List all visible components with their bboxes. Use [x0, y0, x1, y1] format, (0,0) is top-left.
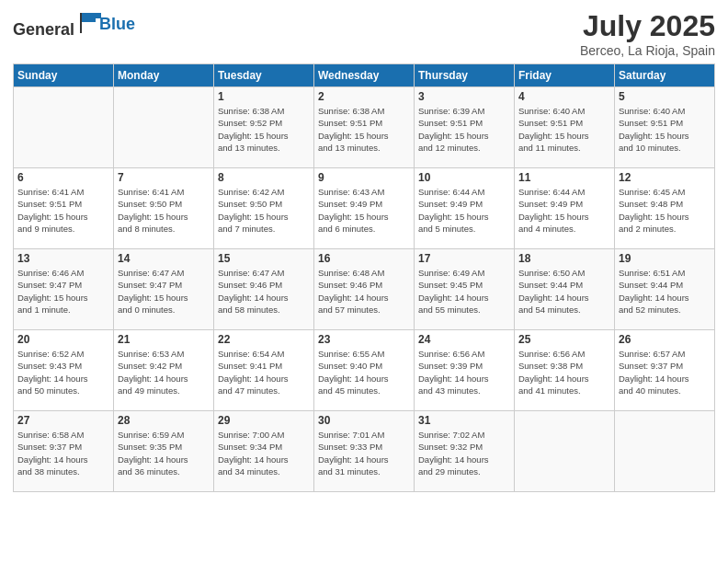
calendar-cell: 25Sunrise: 6:56 AM Sunset: 9:38 PM Dayli… [515, 330, 615, 411]
day-info: Sunrise: 6:49 AM Sunset: 9:45 PM Dayligh… [418, 267, 510, 316]
day-number: 5 [619, 90, 711, 103]
calendar-week-row: 20Sunrise: 6:52 AM Sunset: 9:43 PM Dayli… [14, 330, 715, 411]
day-number: 21 [118, 333, 210, 346]
calendar-cell [114, 87, 214, 168]
calendar-cell: 26Sunrise: 6:57 AM Sunset: 9:37 PM Dayli… [615, 330, 715, 411]
calendar-cell: 18Sunrise: 6:50 AM Sunset: 9:44 PM Dayli… [515, 249, 615, 330]
weekday-header-thursday: Thursday [415, 64, 515, 87]
day-number: 19 [619, 252, 711, 265]
calendar-cell: 19Sunrise: 6:51 AM Sunset: 9:44 PM Dayli… [615, 249, 715, 330]
day-info: Sunrise: 7:00 AM Sunset: 9:34 PM Dayligh… [218, 429, 310, 477]
day-info: Sunrise: 6:53 AM Sunset: 9:42 PM Dayligh… [118, 348, 210, 396]
header: General Blue July 2025 Berceo, La Rioja,… [13, 9, 715, 58]
calendar-cell: 24Sunrise: 6:56 AM Sunset: 9:39 PM Dayli… [415, 330, 515, 411]
day-number: 22 [218, 333, 310, 346]
calendar-week-row: 1Sunrise: 6:38 AM Sunset: 9:52 PM Daylig… [14, 87, 715, 168]
day-info: Sunrise: 6:47 AM Sunset: 9:46 PM Dayligh… [218, 267, 310, 316]
calendar-cell: 4Sunrise: 6:40 AM Sunset: 9:51 PM Daylig… [515, 87, 615, 168]
day-number: 10 [418, 171, 510, 184]
svg-marker-1 [81, 13, 101, 18]
day-info: Sunrise: 6:52 AM Sunset: 9:43 PM Dayligh… [17, 348, 109, 396]
calendar-cell: 31Sunrise: 7:02 AM Sunset: 9:32 PM Dayli… [415, 411, 515, 492]
calendar-cell: 7Sunrise: 6:41 AM Sunset: 9:50 PM Daylig… [114, 168, 214, 249]
day-number: 6 [17, 171, 109, 184]
calendar-cell: 3Sunrise: 6:39 AM Sunset: 9:51 PM Daylig… [415, 87, 515, 168]
calendar-cell: 10Sunrise: 6:44 AM Sunset: 9:49 PM Dayli… [415, 168, 515, 249]
day-info: Sunrise: 6:41 AM Sunset: 9:51 PM Dayligh… [17, 186, 109, 235]
month-title: July 2025 [580, 9, 715, 43]
weekday-header-tuesday: Tuesday [214, 64, 314, 87]
calendar-cell: 11Sunrise: 6:44 AM Sunset: 9:49 PM Dayli… [515, 168, 615, 249]
calendar-cell: 23Sunrise: 6:55 AM Sunset: 9:40 PM Dayli… [314, 330, 415, 411]
day-number: 24 [418, 333, 510, 346]
day-number: 13 [17, 252, 109, 265]
day-info: Sunrise: 7:01 AM Sunset: 9:33 PM Dayligh… [318, 429, 410, 477]
day-number: 8 [218, 171, 310, 184]
day-number: 16 [318, 252, 410, 265]
day-number: 7 [118, 171, 210, 184]
day-number: 17 [418, 252, 510, 265]
day-info: Sunrise: 6:56 AM Sunset: 9:39 PM Dayligh… [418, 348, 510, 396]
calendar-cell: 27Sunrise: 6:58 AM Sunset: 9:37 PM Dayli… [14, 411, 114, 492]
calendar-cell: 9Sunrise: 6:43 AM Sunset: 9:49 PM Daylig… [314, 168, 415, 249]
day-number: 31 [418, 414, 510, 427]
calendar-cell: 15Sunrise: 6:47 AM Sunset: 9:46 PM Dayli… [214, 249, 314, 330]
day-info: Sunrise: 6:38 AM Sunset: 9:52 PM Dayligh… [218, 105, 310, 154]
calendar-cell [14, 87, 114, 168]
calendar-cell: 17Sunrise: 6:49 AM Sunset: 9:45 PM Dayli… [415, 249, 515, 330]
day-number: 4 [518, 90, 610, 103]
location-title: Berceo, La Rioja, Spain [580, 43, 715, 58]
logo-text-general: General [13, 20, 74, 39]
calendar-cell: 16Sunrise: 6:48 AM Sunset: 9:46 PM Dayli… [314, 249, 415, 330]
day-info: Sunrise: 6:38 AM Sunset: 9:51 PM Dayligh… [318, 105, 410, 154]
day-info: Sunrise: 6:50 AM Sunset: 9:44 PM Dayligh… [518, 267, 610, 316]
day-number: 1 [218, 90, 310, 103]
calendar-cell: 6Sunrise: 6:41 AM Sunset: 9:51 PM Daylig… [14, 168, 114, 249]
day-number: 29 [218, 414, 310, 427]
day-number: 28 [118, 414, 210, 427]
logo-general: General [13, 9, 103, 40]
day-number: 15 [218, 252, 310, 265]
day-info: Sunrise: 6:39 AM Sunset: 9:51 PM Dayligh… [418, 105, 510, 154]
calendar-cell [515, 411, 615, 492]
day-info: Sunrise: 6:47 AM Sunset: 9:47 PM Dayligh… [118, 267, 210, 316]
day-info: Sunrise: 6:58 AM Sunset: 9:37 PM Dayligh… [17, 429, 109, 477]
weekday-header-wednesday: Wednesday [314, 64, 415, 87]
title-block: July 2025 Berceo, La Rioja, Spain [580, 9, 715, 58]
calendar-table: SundayMondayTuesdayWednesdayThursdayFrid… [13, 63, 715, 492]
day-number: 3 [418, 90, 510, 103]
day-number: 25 [518, 333, 610, 346]
day-info: Sunrise: 6:44 AM Sunset: 9:49 PM Dayligh… [518, 186, 610, 235]
day-info: Sunrise: 6:40 AM Sunset: 9:51 PM Dayligh… [518, 105, 610, 154]
calendar-cell: 28Sunrise: 6:59 AM Sunset: 9:35 PM Dayli… [114, 411, 214, 492]
day-info: Sunrise: 6:48 AM Sunset: 9:46 PM Dayligh… [318, 267, 410, 316]
calendar-cell: 8Sunrise: 6:42 AM Sunset: 9:50 PM Daylig… [214, 168, 314, 249]
day-info: Sunrise: 6:54 AM Sunset: 9:41 PM Dayligh… [218, 348, 310, 396]
day-info: Sunrise: 6:40 AM Sunset: 9:51 PM Dayligh… [619, 105, 711, 154]
calendar-cell: 1Sunrise: 6:38 AM Sunset: 9:52 PM Daylig… [214, 87, 314, 168]
main-container: General Blue July 2025 Berceo, La Rioja,… [0, 0, 728, 501]
day-info: Sunrise: 6:44 AM Sunset: 9:49 PM Dayligh… [418, 186, 510, 235]
calendar-cell: 2Sunrise: 6:38 AM Sunset: 9:51 PM Daylig… [314, 87, 415, 168]
weekday-header-saturday: Saturday [615, 64, 715, 87]
calendar-week-row: 27Sunrise: 6:58 AM Sunset: 9:37 PM Dayli… [14, 411, 715, 492]
day-number: 26 [619, 333, 711, 346]
day-number: 23 [318, 333, 410, 346]
day-info: Sunrise: 6:42 AM Sunset: 9:50 PM Dayligh… [218, 186, 310, 235]
weekday-header-row: SundayMondayTuesdayWednesdayThursdayFrid… [14, 64, 715, 87]
day-info: Sunrise: 6:41 AM Sunset: 9:50 PM Dayligh… [118, 186, 210, 235]
calendar-cell: 21Sunrise: 6:53 AM Sunset: 9:42 PM Dayli… [114, 330, 214, 411]
day-number: 12 [619, 171, 711, 184]
calendar-cell: 22Sunrise: 6:54 AM Sunset: 9:41 PM Dayli… [214, 330, 314, 411]
day-number: 27 [17, 414, 109, 427]
calendar-cell: 29Sunrise: 7:00 AM Sunset: 9:34 PM Dayli… [214, 411, 314, 492]
day-number: 20 [17, 333, 109, 346]
calendar-week-row: 6Sunrise: 6:41 AM Sunset: 9:51 PM Daylig… [14, 168, 715, 249]
calendar-cell: 14Sunrise: 6:47 AM Sunset: 9:47 PM Dayli… [114, 249, 214, 330]
day-info: Sunrise: 6:45 AM Sunset: 9:48 PM Dayligh… [619, 186, 711, 235]
day-info: Sunrise: 7:02 AM Sunset: 9:32 PM Dayligh… [418, 429, 510, 477]
logo: General Blue [13, 9, 135, 40]
weekday-header-monday: Monday [114, 64, 214, 87]
day-number: 14 [118, 252, 210, 265]
calendar-cell [615, 411, 715, 492]
